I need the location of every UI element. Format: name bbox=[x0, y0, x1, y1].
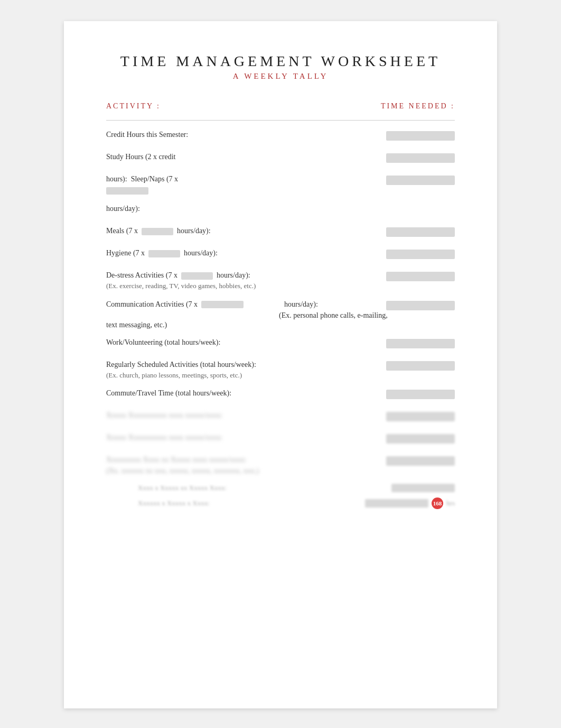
destress-inline-input[interactable] bbox=[181, 272, 213, 280]
row-meals: Meals (7 x hours/day): bbox=[106, 225, 455, 240]
study-hours-label: Study Hours (2 x credit bbox=[106, 151, 386, 162]
blurred-input-2[interactable] bbox=[386, 434, 455, 444]
sum-value-box-1[interactable] bbox=[391, 484, 455, 492]
sum-label-1: Xxxx x Xxxxx xx Xxxxx Xxxx: bbox=[138, 484, 227, 492]
row-hours-day: hours/day): bbox=[106, 203, 455, 218]
commute-label: Commute/Travel Time (total hours/week): bbox=[106, 388, 386, 399]
credit-hours-input[interactable] bbox=[386, 131, 455, 141]
hours-day-label: hours/day): bbox=[106, 203, 455, 214]
sum-value-area-2: 168 hrs bbox=[365, 497, 455, 509]
row-communication: Communication Activities (7 x hours/day)… bbox=[106, 299, 455, 329]
row-blurred-1: Xxxxx Xxxxxxxxxx xxxx xxxxx/xxxx: bbox=[106, 410, 455, 425]
sum-section: Xxxx x Xxxxx xx Xxxxx Xxxx: Xxxxxx x Xxx… bbox=[106, 484, 455, 509]
hygiene-label: Hygiene (7 x hours/day): bbox=[106, 247, 386, 259]
row-destress: De-stress Activities (7 x hours/day): (E… bbox=[106, 270, 455, 291]
total-badge: 168 bbox=[432, 497, 443, 509]
sleep-naps-label: hours): Sleep/Naps (7 x bbox=[106, 173, 386, 196]
hygiene-input[interactable] bbox=[386, 250, 455, 259]
row-hygiene: Hygiene (7 x hours/day): bbox=[106, 247, 455, 262]
row-blurred-2: Xxxxx Xxxxxxxxxx xxxx xxxxx/xxxx: bbox=[106, 432, 455, 447]
blurred-label-2: Xxxxx Xxxxxxxxxx xxxx xxxxx/xxxx: bbox=[106, 432, 386, 443]
destress-label: De-stress Activities (7 x hours/day): (E… bbox=[106, 270, 386, 291]
sum-value-area-1 bbox=[391, 484, 455, 492]
regularly-scheduled-input[interactable] bbox=[386, 361, 455, 371]
blurred-input-1[interactable] bbox=[386, 412, 455, 421]
hygiene-inline-input[interactable] bbox=[148, 250, 180, 257]
worksheet-page: Time Management Worksheet A Weekly Tally… bbox=[64, 21, 497, 708]
communication-input[interactable] bbox=[386, 301, 455, 310]
blurred-input-3[interactable] bbox=[386, 456, 455, 466]
study-hours-input[interactable] bbox=[386, 153, 455, 163]
blurred-label-1: Xxxxx Xxxxxxxxxx xxxx xxxxx/xxxx: bbox=[106, 410, 386, 421]
sum-label-2: Xxxxxx x Xxxxx x Xxxx: bbox=[138, 499, 210, 508]
row-blurred-3: Xxxxxxxxx Xxxx xx Xxxxx xxxx xxxxx/xxxx:… bbox=[106, 454, 455, 476]
meals-label: Meals (7 x hours/day): bbox=[106, 225, 386, 236]
credit-hours-label: Credit Hours this Semester: bbox=[106, 129, 386, 140]
title-block: Time Management Worksheet A Weekly Tally bbox=[106, 53, 455, 81]
sleep-inline-input[interactable] bbox=[106, 187, 148, 195]
sleep-naps-input[interactable] bbox=[386, 176, 455, 185]
communication-main-line: Communication Activities (7 x hours/day)… bbox=[106, 299, 455, 310]
meals-inline-input[interactable] bbox=[142, 228, 173, 235]
row-study-hours: Study Hours (2 x credit bbox=[106, 151, 455, 166]
work-label: Work/Volunteering (total hours/week): bbox=[106, 337, 386, 348]
column-headers: Activity : Time Needed : bbox=[106, 102, 455, 110]
communication-label: Communication Activities (7 x hours/day)… bbox=[106, 299, 386, 310]
meals-input[interactable] bbox=[386, 227, 455, 237]
destress-input[interactable] bbox=[386, 272, 455, 281]
regularly-scheduled-label: Regularly Scheduled Activities (total ho… bbox=[106, 359, 386, 381]
row-regularly-scheduled: Regularly Scheduled Activities (total ho… bbox=[106, 359, 455, 381]
commute-input[interactable] bbox=[386, 390, 455, 399]
main-title: Time Management Worksheet bbox=[106, 53, 455, 70]
row-credit-hours: Credit Hours this Semester: bbox=[106, 129, 455, 144]
sum-row-1: Xxxx x Xxxxx xx Xxxxx Xxxx: bbox=[106, 484, 455, 492]
time-header: Time Needed : bbox=[381, 102, 455, 110]
activity-header: Activity : bbox=[106, 102, 161, 110]
blurred-label-3: Xxxxxxxxx Xxxx xx Xxxxx xxxx xxxxx/xxxx:… bbox=[106, 454, 386, 476]
header-divider bbox=[106, 120, 455, 121]
row-sleep-naps: hours): Sleep/Naps (7 x bbox=[106, 173, 455, 196]
communication-sub2: text messaging, etc.) bbox=[106, 321, 455, 329]
sum-suffix: hrs bbox=[446, 499, 455, 508]
work-input[interactable] bbox=[386, 339, 455, 348]
communication-sub1: (Ex. personal phone calls, e-mailing, bbox=[106, 311, 455, 320]
subtitle: A Weekly Tally bbox=[106, 72, 455, 81]
comm-inline-input[interactable] bbox=[201, 301, 244, 308]
sum-row-2: Xxxxxx x Xxxxx x Xxxx: 168 hrs bbox=[106, 497, 455, 509]
sum-value-box-2[interactable] bbox=[365, 499, 428, 508]
row-commute: Commute/Travel Time (total hours/week): bbox=[106, 388, 455, 402]
row-work: Work/Volunteering (total hours/week): bbox=[106, 337, 455, 352]
